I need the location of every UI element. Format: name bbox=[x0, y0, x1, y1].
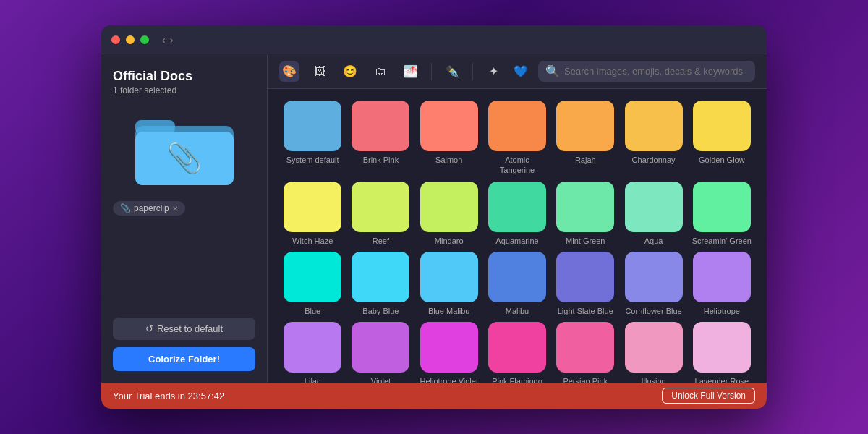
color-swatch[interactable] bbox=[625, 322, 683, 373]
color-label: Atomic Tangerine bbox=[487, 155, 548, 176]
color-swatch[interactable] bbox=[352, 182, 409, 232]
color-swatch[interactable] bbox=[625, 252, 683, 302]
color-item[interactable]: Persian Pink bbox=[555, 322, 616, 383]
color-swatch[interactable] bbox=[488, 322, 546, 373]
image-icon[interactable]: 🖼 bbox=[310, 61, 330, 82]
back-button[interactable]: ‹ bbox=[162, 34, 166, 46]
color-item[interactable]: Cornflower Blue bbox=[623, 252, 684, 316]
color-item[interactable]: Brink Pink bbox=[350, 101, 411, 176]
color-item[interactable]: Violet bbox=[350, 322, 411, 383]
photo-icon[interactable]: 🌁 bbox=[401, 61, 421, 82]
colors-grid-container: System defaultBrink PinkSalmonAtomic Tan… bbox=[268, 89, 767, 383]
color-item[interactable]: Witch Haze bbox=[282, 182, 343, 246]
search-bar[interactable]: 🔍 bbox=[538, 61, 755, 82]
color-label: Heliotrope Violet bbox=[420, 376, 478, 383]
color-swatch[interactable] bbox=[693, 101, 751, 151]
color-item[interactable]: Salmon bbox=[419, 101, 480, 176]
color-label: Salmon bbox=[435, 155, 462, 165]
color-swatch[interactable] bbox=[284, 322, 341, 373]
folder-tab-icon[interactable]: 🗂 bbox=[370, 61, 391, 82]
color-swatch[interactable] bbox=[488, 101, 546, 151]
color-swatch[interactable] bbox=[284, 182, 341, 232]
color-item[interactable]: Blue bbox=[282, 252, 343, 316]
tag-container: 📎 paperclip ✕ bbox=[113, 201, 255, 216]
separator-2 bbox=[472, 63, 473, 80]
eyedropper-icon[interactable]: ✒️ bbox=[442, 61, 462, 82]
color-item[interactable]: Mindaro bbox=[419, 182, 480, 246]
color-item[interactable]: Pink Flamingo bbox=[487, 322, 548, 383]
color-label: Mindaro bbox=[435, 236, 464, 246]
color-swatch[interactable] bbox=[420, 252, 478, 302]
app-window: ‹ › Official Docs 1 folder selected bbox=[101, 25, 767, 409]
color-swatch[interactable] bbox=[284, 101, 341, 151]
tag-close-button[interactable]: ✕ bbox=[172, 205, 178, 213]
main-content: Official Docs 1 folder selected 📎 bbox=[101, 54, 767, 383]
color-item[interactable]: Chardonnay bbox=[623, 101, 684, 176]
color-swatch[interactable] bbox=[488, 252, 546, 302]
color-swatch[interactable] bbox=[625, 101, 683, 151]
color-item[interactable]: Aquamarine bbox=[487, 182, 548, 246]
color-item[interactable]: Blue Malibu bbox=[419, 252, 480, 316]
forward-button[interactable]: › bbox=[170, 34, 174, 46]
heart-icon[interactable]: 💙 bbox=[514, 64, 528, 78]
emoji-icon[interactable]: 😊 bbox=[340, 61, 360, 82]
search-input[interactable] bbox=[564, 66, 748, 77]
color-swatch[interactable] bbox=[556, 101, 614, 151]
color-label: Persian Pink bbox=[563, 376, 608, 383]
minimize-button[interactable] bbox=[126, 35, 135, 44]
color-item[interactable]: Lilac bbox=[282, 322, 343, 383]
color-label: Witch Haze bbox=[292, 236, 333, 246]
sidebar-title: Official Docs bbox=[113, 69, 255, 84]
color-swatch[interactable] bbox=[352, 322, 409, 373]
color-label: Lavender Rose bbox=[695, 376, 749, 383]
color-swatch[interactable] bbox=[556, 252, 614, 302]
color-item[interactable]: Aqua bbox=[623, 182, 684, 246]
palette-icon[interactable]: 🎨 bbox=[279, 61, 299, 82]
color-item[interactable]: Illusion bbox=[623, 322, 684, 383]
reset-button[interactable]: ↺ Reset to default bbox=[113, 318, 255, 340]
sidebar-subtitle: 1 folder selected bbox=[113, 85, 255, 95]
color-item[interactable]: Light Slate Blue bbox=[555, 252, 616, 316]
color-swatch[interactable] bbox=[420, 101, 478, 151]
toolbar: 🎨 🖼 😊 🗂 🌁 ✒️ ✦ 💙 🔍 bbox=[268, 54, 767, 89]
color-item[interactable]: Rajah bbox=[555, 101, 616, 176]
magic-icon[interactable]: ✦ bbox=[483, 61, 503, 82]
color-swatch[interactable] bbox=[556, 322, 614, 373]
color-swatch[interactable] bbox=[352, 252, 409, 302]
bottom-bar: Your Trial ends in 23:57:42 Unlock Full … bbox=[101, 383, 767, 409]
color-label: Lilac bbox=[305, 376, 321, 383]
unlock-button[interactable]: Unlock Full Version bbox=[662, 388, 755, 404]
color-swatch[interactable] bbox=[625, 182, 683, 232]
close-button[interactable] bbox=[111, 35, 120, 44]
reset-icon: ↺ bbox=[145, 323, 153, 334]
color-item[interactable]: Heliotrope bbox=[692, 252, 752, 316]
color-label: Heliotrope bbox=[704, 306, 740, 316]
color-label: Golden Glow bbox=[699, 155, 745, 165]
maximize-button[interactable] bbox=[140, 35, 149, 44]
folder-svg: 📎 bbox=[134, 110, 235, 190]
colorize-button[interactable]: Colorize Folder! bbox=[113, 347, 255, 371]
color-item[interactable]: Baby Blue bbox=[350, 252, 411, 316]
color-swatch[interactable] bbox=[693, 252, 751, 302]
color-item[interactable]: Lavender Rose bbox=[692, 322, 752, 383]
color-item[interactable]: Heliotrope Violet bbox=[419, 322, 480, 383]
color-label: Cornflower Blue bbox=[625, 306, 681, 316]
color-swatch[interactable] bbox=[352, 101, 409, 151]
color-item[interactable]: Mint Green bbox=[555, 182, 616, 246]
color-swatch[interactable] bbox=[556, 182, 614, 232]
color-item[interactable]: System default bbox=[282, 101, 343, 176]
color-swatch[interactable] bbox=[693, 322, 751, 373]
color-item[interactable]: Reef bbox=[350, 182, 411, 246]
color-swatch[interactable] bbox=[420, 182, 478, 232]
color-swatch[interactable] bbox=[488, 182, 546, 232]
color-item[interactable]: Golden Glow bbox=[692, 101, 752, 176]
color-item[interactable]: Screamin' Green bbox=[692, 182, 752, 246]
color-swatch[interactable] bbox=[420, 322, 478, 373]
color-item[interactable]: Malibu bbox=[487, 252, 548, 316]
color-label: Rajah bbox=[575, 155, 596, 165]
color-swatch[interactable] bbox=[693, 182, 751, 232]
color-swatch[interactable] bbox=[284, 252, 341, 302]
color-label: Mint Green bbox=[566, 236, 605, 246]
color-item[interactable]: Atomic Tangerine bbox=[487, 101, 548, 176]
folder-icon: 📎 bbox=[134, 110, 235, 190]
